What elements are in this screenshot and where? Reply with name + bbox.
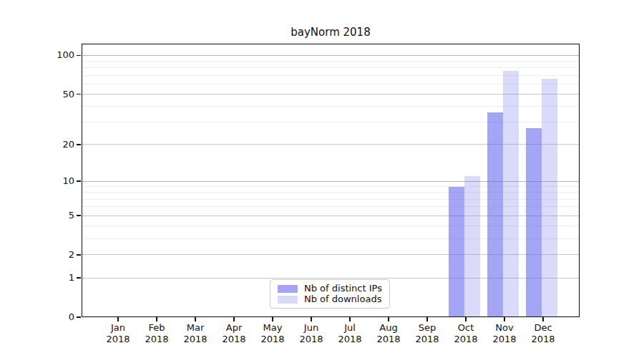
y-tick-label: 0 <box>69 311 74 324</box>
x-tick-label: Mar2018 <box>176 322 215 345</box>
bar-distinct-ips-oct <box>449 187 464 317</box>
x-tick-month: Mar <box>176 322 215 334</box>
y-tick-mark <box>77 277 81 279</box>
y-tick-label: 20 <box>62 138 74 151</box>
bar-distinct-ips-nov <box>487 112 503 317</box>
x-tick-mark <box>542 317 544 321</box>
y-tick-mark <box>77 316 81 318</box>
x-tick-year: 2018 <box>485 334 524 345</box>
x-tick-month: Sep <box>408 322 447 334</box>
bar-downloads-oct <box>464 176 480 317</box>
x-tick-year: 2018 <box>99 334 137 345</box>
legend-swatch-distinct-ips <box>278 285 298 293</box>
x-tick-label: Apr2018 <box>215 322 253 345</box>
x-tick-month: Jul <box>331 322 369 334</box>
x-tick-mark <box>156 317 157 321</box>
x-tick-mark <box>465 317 467 321</box>
x-tick-month: Apr <box>215 322 253 334</box>
x-tick-year: 2018 <box>447 334 485 345</box>
x-tick-year: 2018 <box>253 334 292 345</box>
y-tick-mark <box>77 180 81 182</box>
x-tick-year: 2018 <box>331 334 369 345</box>
x-tick-mark <box>272 317 273 321</box>
legend-row-distinct-ips: Nb of distinct IPs <box>278 284 384 294</box>
x-tick-year: 2018 <box>137 334 176 345</box>
x-tick-mark <box>388 317 389 321</box>
y-tick-label: 5 <box>69 209 74 222</box>
x-tick-year: 2018 <box>524 334 562 345</box>
x-tick-label: Jul2018 <box>331 322 369 345</box>
y-tick-label: 100 <box>57 49 74 62</box>
x-tick-month: Nov <box>485 322 524 334</box>
x-tick-year: 2018 <box>176 334 215 345</box>
legend: Nb of distinct IPs Nb of downloads <box>270 279 390 309</box>
x-tick-mark <box>426 317 428 321</box>
x-tick-label: Sep2018 <box>408 322 447 345</box>
y-tick-mark <box>77 94 81 95</box>
legend-row-downloads: Nb of downloads <box>278 294 384 304</box>
x-tick-year: 2018 <box>369 334 408 345</box>
x-tick-month: Dec <box>524 322 562 334</box>
y-tick-label: 2 <box>69 248 74 261</box>
x-tick-month: May <box>253 322 292 334</box>
legend-swatch-downloads <box>278 296 298 304</box>
x-tick-month: Feb <box>137 322 176 334</box>
y-tick-mark <box>77 55 81 57</box>
x-tick-year: 2018 <box>292 334 331 345</box>
bar-downloads-dec <box>542 79 557 317</box>
chart-figure: bayNorm 2018 0125102050100 Jan2018Feb201… <box>0 0 644 358</box>
x-tick-label: Oct2018 <box>447 322 485 345</box>
x-tick-label: Dec2018 <box>524 322 562 345</box>
x-tick-month: Oct <box>447 322 485 334</box>
y-tick-mark <box>77 215 81 216</box>
x-tick-month: Aug <box>369 322 408 334</box>
x-tick-label: Aug2018 <box>369 322 408 345</box>
x-tick-label: May2018 <box>253 322 292 345</box>
x-tick-year: 2018 <box>215 334 253 345</box>
y-tick-label: 50 <box>62 88 74 101</box>
y-tick-mark <box>77 254 81 256</box>
bars-layer <box>82 44 580 318</box>
x-tick-mark <box>311 317 312 321</box>
bar-downloads-nov <box>503 71 519 317</box>
x-tick-label: Nov2018 <box>485 322 524 345</box>
x-tick-mark <box>504 317 505 321</box>
x-tick-month: Jun <box>292 322 331 334</box>
x-tick-mark <box>233 317 235 321</box>
legend-label-distinct-ips: Nb of distinct IPs <box>304 284 382 294</box>
x-tick-label: Jan2018 <box>99 322 137 345</box>
x-tick-month: Jan <box>99 322 137 334</box>
y-tick-label: 10 <box>62 175 74 188</box>
bar-distinct-ips-dec <box>526 128 542 317</box>
x-tick-mark <box>349 317 351 321</box>
y-tick-mark <box>77 144 81 145</box>
chart-title: bayNorm 2018 <box>82 26 580 39</box>
legend-label-downloads: Nb of downloads <box>304 294 381 304</box>
x-tick-year: 2018 <box>408 334 447 345</box>
x-tick-mark <box>195 317 196 321</box>
x-tick-label: Feb2018 <box>137 322 176 345</box>
x-tick-mark <box>117 317 119 321</box>
y-tick-label: 1 <box>69 271 74 284</box>
x-tick-label: Jun2018 <box>292 322 331 345</box>
